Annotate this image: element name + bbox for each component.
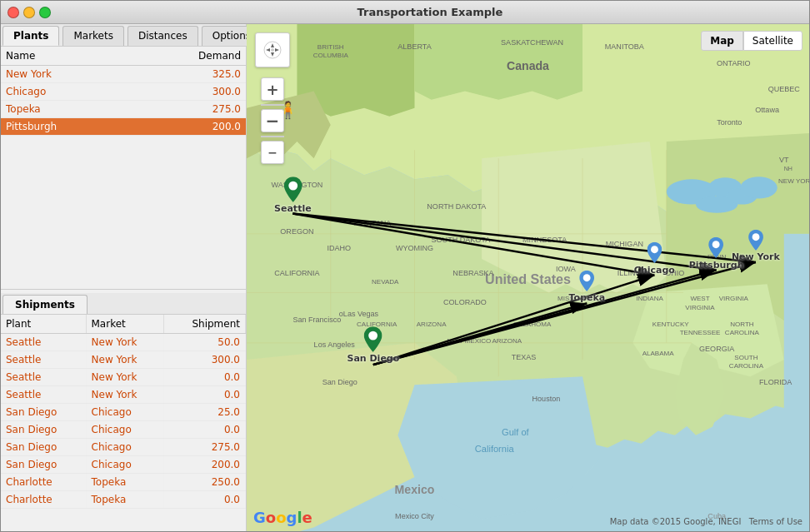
shipment-market: Topeka [86,473,164,490]
svg-text:NEW YORK: NEW YORK [778,177,809,185]
market-marker[interactable]: Pittsburgh [689,237,744,270]
satellite-button[interactable]: Satellite [743,31,802,51]
svg-text:VT: VT [779,156,789,164]
shipment-market: New York [86,333,164,351]
window-controls [8,7,51,18]
shipment-row[interactable]: SeattleNew York50.0 [1,333,246,351]
zoom-in-button[interactable]: + [261,77,284,101]
tab-plants[interactable]: Plants [2,26,59,46]
shipment-plant: San Diego [1,455,86,473]
map-button[interactable]: Map [701,31,743,51]
svg-text:INDIANA: INDIANA [636,295,663,302]
svg-text:Ottawa: Ottawa [755,106,780,114]
shipment-market: New York [86,385,164,403]
tab-distances[interactable]: Distances [128,26,198,46]
shipment-row[interactable]: CharlotteTopeka0.0 [1,490,246,508]
svg-text:NH: NH [784,166,792,172]
market-row[interactable]: Topeka275.0 [1,101,246,118]
map-area[interactable]: Canada ALBERTA BRITISH COLUMBIA SASKATCH… [247,24,809,531]
shipment-value: 250.0 [164,473,246,490]
col-name-header: Name [1,47,132,66]
svg-text:VIRGINIA: VIRGINIA [685,304,715,311]
plant-marker[interactable]: Seattle [274,177,312,215]
svg-text:oLas Vegas: oLas Vegas [339,310,379,318]
svg-text:BRITISH: BRITISH [318,43,344,51]
svg-text:WYOMING: WYOMING [396,244,433,252]
shipment-row[interactable]: San DiegoChicago200.0 [1,455,246,473]
svg-text:NEW MEXICO: NEW MEXICO [448,337,492,345]
svg-point-83 [288,181,298,191]
market-row[interactable]: Pittsburgh200.0 [1,118,246,136]
svg-text:NEBRASKA: NEBRASKA [452,269,494,277]
shipment-market: New York [86,351,164,368]
svg-point-5 [740,177,777,198]
shipments-table-wrap: Plant Market Shipment SeattleNew York50.… [1,315,246,532]
svg-text:NORTH: NORTH [730,321,754,328]
zoom-out-button-2[interactable]: − [261,141,284,164]
svg-text:TEXAS: TEXAS [512,353,537,361]
svg-text:San Francisco: San Francisco [292,316,341,324]
svg-text:SASKATCHEWAN: SASKATCHEWAN [501,38,563,47]
shipment-plant: San Diego [1,403,86,420]
svg-point-88 [712,241,720,249]
col-market-header: Market [86,315,164,334]
shipments-section: Shipments Plant Market Shipment SeattleN… [1,293,246,532]
svg-text:CAROLINA: CAROLINA [725,329,760,336]
minimize-button[interactable] [23,7,35,18]
shipment-row[interactable]: SeattleNew York0.0 [1,385,246,403]
shipment-value: 0.0 [164,368,246,385]
svg-text:California: California [475,444,515,454]
shipment-market: Chicago [86,420,164,438]
navigation-control[interactable] [255,32,290,67]
markets-table-section: Name Demand New York325.0Chicago300.0Top… [1,47,246,286]
svg-text:ALABAMA: ALABAMA [642,350,675,357]
svg-text:MANITOBA: MANITOBA [605,42,645,51]
market-row[interactable]: Chicago300.0 [1,83,246,101]
shipments-tab-bar: Shipments [1,293,246,315]
close-button[interactable] [8,7,19,18]
shipment-value: 0.0 [164,420,246,438]
shipment-market: Chicago [86,455,164,473]
shipment-plant: Seattle [1,368,86,385]
zoom-out-button[interactable]: − [261,109,284,132]
shipment-plant: Charlotte [1,473,86,490]
market-demand: 275.0 [132,101,246,118]
google-logo: Google [253,509,312,526]
shipment-row[interactable]: San DiegoChicago0.0 [1,420,246,438]
shipment-plant: Seattle [1,385,86,403]
svg-point-86 [752,233,759,241]
market-demand: 300.0 [132,83,246,101]
svg-text:ALBERTA: ALBERTA [398,42,432,51]
svg-text:MONTANA: MONTANA [354,219,392,227]
svg-text:Houston: Houston [532,395,561,403]
market-name: New York [1,66,132,83]
shipment-row[interactable]: CharlotteTopeka250.0 [1,473,246,490]
svg-text:TENNESSEE: TENNESSEE [680,329,721,336]
svg-text:Mexico City: Mexico City [395,512,434,520]
tab-shipments[interactable]: Shipments [2,295,88,314]
svg-text:COLUMBIA: COLUMBIA [313,52,349,59]
svg-text:Mexico: Mexico [395,483,435,496]
plant-marker[interactable]: San Diego [347,326,399,364]
shipment-row[interactable]: SeattleNew York300.0 [1,351,246,368]
shipment-row[interactable]: San DiegoChicago25.0 [1,403,246,420]
svg-text:FLORIDA: FLORIDA [759,378,792,386]
market-marker[interactable]: Topeka [569,271,606,303]
svg-text:ONTARIO: ONTARIO [717,59,751,67]
tab-markets[interactable]: Markets [62,26,124,46]
map-type-buttons: Map Satellite [701,31,802,51]
shipments-table: Plant Market Shipment SeattleNew York50.… [1,315,246,509]
shipment-value: 50.0 [164,333,246,351]
svg-text:San Diego: San Diego [322,378,358,386]
shipment-value: 0.0 [164,490,246,508]
shipment-row[interactable]: San DiegoChicago275.0 [1,438,246,455]
col-demand-header: Demand [132,47,246,66]
shipment-market: New York [86,368,164,385]
market-row[interactable]: New York325.0 [1,66,246,83]
svg-point-85 [651,246,658,254]
market-marker[interactable]: Chicago [634,242,675,275]
maximize-button[interactable] [39,7,51,18]
main-content: Plants Markets Distances Options Name De… [1,24,809,531]
svg-text:GEORGIA: GEORGIA [699,345,735,353]
shipment-row[interactable]: SeattleNew York0.0 [1,368,246,385]
